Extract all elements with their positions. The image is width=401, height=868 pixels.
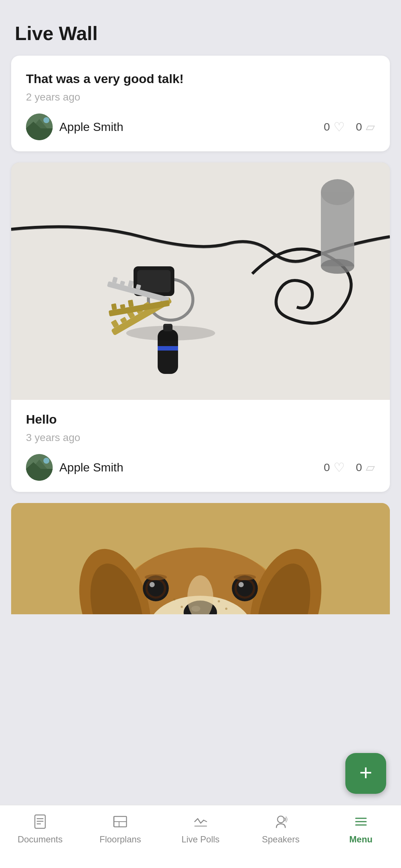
post-image-2 xyxy=(11,162,390,400)
nav-label-documents: Documents xyxy=(17,834,62,845)
svg-point-51 xyxy=(237,580,253,596)
nav-item-floorplans[interactable]: Floorplans xyxy=(80,812,160,845)
add-icon: + xyxy=(359,762,372,784)
livepolls-icon xyxy=(191,812,210,831)
post-message-2: Hello xyxy=(26,411,375,427)
svg-point-59 xyxy=(218,600,220,602)
post-author-1: Apple Smith xyxy=(26,114,124,140)
post-time-2: 3 years ago xyxy=(26,432,375,444)
nav-item-menu[interactable]: Menu xyxy=(321,812,401,845)
like-count-2: 0 xyxy=(324,461,330,474)
post-footer-1: Apple Smith 0 0 xyxy=(26,114,375,140)
comments-group-1[interactable]: 0 xyxy=(356,120,375,134)
post-time-1: 2 years ago xyxy=(26,91,375,103)
post-body-2: Hello 3 years ago Apple Smith xyxy=(11,400,390,492)
post-author-2: Apple Smith xyxy=(26,454,124,481)
heart-icon-2[interactable] xyxy=(333,460,345,475)
svg-rect-32 xyxy=(26,469,53,481)
post-actions-1: 0 0 xyxy=(324,119,375,134)
svg-point-48 xyxy=(145,574,167,580)
svg-point-53 xyxy=(234,574,256,580)
comment-icon-2[interactable] xyxy=(366,460,375,474)
likes-group-2[interactable]: 0 xyxy=(324,460,345,475)
nav-label-floorplans: Floorplans xyxy=(99,834,141,845)
svg-point-46 xyxy=(148,580,164,596)
nav-label-speakers: Speakers xyxy=(262,834,299,845)
post-card-3-partial xyxy=(11,503,390,614)
comments-group-2[interactable]: 0 xyxy=(356,460,375,474)
document-icon xyxy=(30,812,50,831)
author-name-2: Apple Smith xyxy=(59,461,124,474)
nav-item-documents[interactable]: Documents xyxy=(0,812,80,845)
menu-icon xyxy=(351,812,371,831)
nav-item-livepolls[interactable]: Live Polls xyxy=(160,812,240,845)
post-actions-2: 0 0 xyxy=(324,460,375,475)
post-card-2: Hello 3 years ago Apple Smith xyxy=(11,162,390,492)
svg-point-35 xyxy=(43,458,49,464)
svg-line-70 xyxy=(198,819,201,823)
nav-label-menu: Menu xyxy=(349,834,373,845)
page-title: Live Wall xyxy=(0,0,401,56)
likes-group-1[interactable]: 0 xyxy=(324,119,345,134)
post-footer-2: Apple Smith 0 0 xyxy=(26,454,375,481)
fab-add-button[interactable]: + xyxy=(345,753,386,794)
svg-point-47 xyxy=(149,582,155,587)
svg-point-52 xyxy=(239,582,244,587)
floorplan-icon xyxy=(111,812,130,831)
avatar-1 xyxy=(26,114,53,140)
nav-item-speakers[interactable]: Speakers xyxy=(241,812,321,845)
feed: That was a very good talk! 2 years ago A… xyxy=(0,56,401,688)
avatar-2 xyxy=(26,454,53,481)
svg-point-57 xyxy=(173,598,175,601)
svg-rect-21 xyxy=(111,303,117,310)
svg-point-58 xyxy=(181,606,183,608)
like-count-1: 0 xyxy=(324,121,330,133)
comment-icon-1[interactable] xyxy=(366,120,375,134)
svg-line-71 xyxy=(201,820,204,823)
speakers-icon xyxy=(271,812,290,831)
post-card-1: That was a very good talk! 2 years ago A… xyxy=(11,56,390,151)
svg-point-30 xyxy=(126,326,215,341)
comment-count-2: 0 xyxy=(356,461,362,474)
svg-line-69 xyxy=(195,819,198,822)
svg-rect-1 xyxy=(26,128,53,140)
comment-count-1: 0 xyxy=(356,121,362,133)
heart-icon-1[interactable] xyxy=(333,119,345,134)
svg-rect-25 xyxy=(158,346,178,351)
post-message-1: That was a very good talk! xyxy=(26,70,375,87)
svg-point-74 xyxy=(277,816,284,823)
svg-point-29 xyxy=(321,259,354,274)
svg-rect-8 xyxy=(137,270,171,292)
nav-label-livepolls: Live Polls xyxy=(181,834,220,845)
bottom-nav: Documents Floorplans Live Polls xyxy=(0,805,401,868)
svg-line-72 xyxy=(204,820,207,822)
svg-point-60 xyxy=(225,608,227,610)
svg-point-4 xyxy=(43,117,49,123)
author-name-1: Apple Smith xyxy=(59,120,124,134)
svg-rect-28 xyxy=(321,192,354,266)
dog-image xyxy=(11,503,390,614)
